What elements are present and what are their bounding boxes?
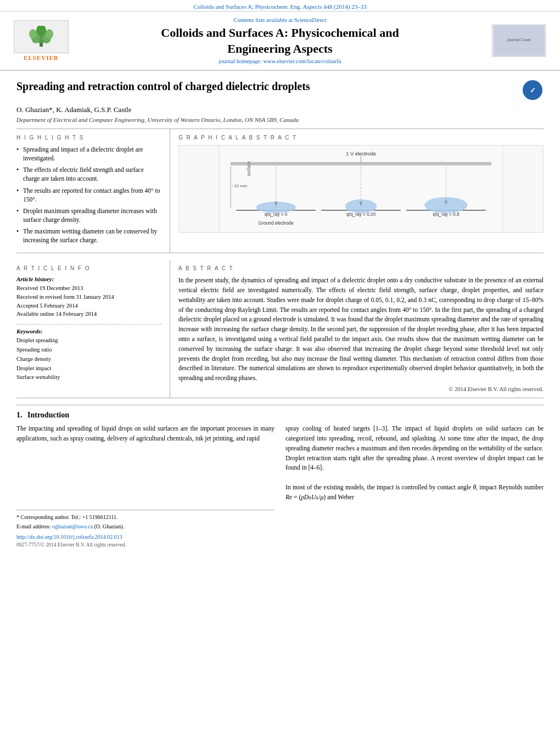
footnote-section: * Corresponding author. Tel.: +1 5196612… (16, 510, 275, 549)
copyright-line: © 2014 Elsevier B.V. All rights reserved… (178, 386, 544, 392)
keyword-2: Spreading ratio (16, 345, 161, 355)
svg-point-5 (46, 29, 53, 39)
elsevier-logo-left: ELSEVIER (11, 20, 71, 61)
elsevier-wordmark: ELSEVIER (24, 54, 59, 61)
keywords-section: Keywords: Droplet spreading Spreading ra… (16, 324, 161, 382)
intro-text-right-2: In most of the existing models, the impa… (285, 483, 544, 503)
article-info-section: A R T I C L E I N F O Article history: R… (16, 260, 544, 398)
keyword-5: Surface wettability (16, 373, 161, 382)
graphical-abstract-image: 1 V electrode q/q_ray = 0 q/q_ray = 0.20… (178, 145, 544, 233)
crossmark-svg: ✓ (526, 83, 539, 97)
list-item: Droplet maximum spreading diameter incre… (16, 207, 161, 224)
doi-link[interactable]: http://dx.doi.org/10.1016/j.colsurfa.201… (16, 533, 275, 542)
history-label: Article history: (16, 276, 161, 282)
journal-title-center: Contents lists available at ScienceDirec… (77, 17, 483, 64)
intro-col-right: spray cooling of heated targets [1–3]. T… (285, 424, 544, 549)
graphical-abstract-label: G R A P H I C A L A B S T R A C T (178, 135, 544, 141)
journal-logo-right: Journal Cover (489, 24, 549, 57)
journal-homepage: journal homepage: www.elsevier.com/locat… (77, 58, 483, 64)
elsevier-logo-box (14, 20, 69, 53)
list-item: The effects of electric field strength a… (16, 165, 161, 183)
graphical-abstract-column: G R A P H I C A L A B S T R A C T 1 V el… (170, 129, 544, 253)
homepage-link[interactable]: www.elsevier.com/locate/colsurfa (263, 58, 341, 64)
svg-text:~10 mm: ~10 mm (232, 184, 247, 189)
intro-text-left: The impacting and spreading of liquid dr… (16, 424, 275, 444)
highlights-list: Spreading and impact of a dielectric dro… (16, 145, 161, 244)
cover-svg: Journal Cover (493, 25, 545, 57)
paper-title-section: Spreading and retraction control of char… (16, 79, 544, 101)
section-title: 1. Introduction (16, 411, 544, 420)
svg-text:Ground electrode: Ground electrode (259, 221, 294, 226)
svg-text:✓: ✓ (530, 86, 536, 94)
keyword-3: Charge density (16, 355, 161, 364)
main-content: Spreading and retraction control of char… (0, 71, 560, 557)
journal-cover-image: Journal Cover (491, 24, 546, 57)
introduction-section: 1. Introduction The impacting and spread… (16, 405, 544, 549)
article-info-label: A R T I C L E I N F O (16, 265, 161, 271)
history-accepted: Accepted 5 February 2014 (16, 302, 161, 310)
abstract-label: A B S T R A C T (178, 265, 544, 271)
email-link[interactable]: oghazian@uwo.ca (52, 523, 93, 529)
elsevier-tree-svg (22, 26, 60, 48)
abstract-text: In the present study, the dynamics of sp… (178, 276, 544, 383)
svg-text:Journal Cover: Journal Cover (507, 38, 531, 42)
svg-point-23 (424, 197, 467, 213)
intro-col-left: The impacting and spreading of liquid dr… (16, 424, 275, 549)
crossmark-icon[interactable]: ✓ (522, 79, 544, 101)
history-revised: Received in revised form 31 January 2014 (16, 293, 161, 302)
article-history: Article history: Received 19 December 20… (16, 276, 161, 319)
footnote-corresponding: * Corresponding author. Tel.: +1 5196612… (16, 513, 275, 522)
journal-main-title: Colloids and Surfaces A: Physicochemical… (77, 25, 483, 57)
keyword-4: Droplet impact (16, 364, 161, 373)
highlights-graphical-section: H I G H L I G H T S Spreading and impact… (16, 129, 544, 253)
highlights-label: H I G H L I G H T S (16, 135, 161, 141)
highlights-column: H I G H L I G H T S Spreading and impact… (16, 129, 170, 253)
keywords-label: Keywords: (16, 328, 161, 334)
graphical-abstract-svg: 1 V electrode q/q_ray = 0 q/q_ray = 0.20… (179, 145, 543, 233)
affiliation: Department of Electrical and Computer En… (16, 116, 544, 123)
journal-citation: Colloids and Surfaces A; Physicochem. En… (193, 3, 367, 10)
authors-line: O. Ghazian*, K. Adamiak, G.S.P. Castle (16, 105, 544, 114)
keyword-1: Droplet spreading (16, 336, 161, 345)
svg-text:1 V electrode: 1 V electrode (346, 151, 376, 157)
svg-rect-25 (231, 162, 491, 165)
issn-line: 0927-7757/© 2014 Elsevier B.V. All right… (16, 541, 275, 549)
svg-point-4 (29, 29, 37, 39)
list-item: The results are reported for contact ang… (16, 186, 161, 204)
journal-header: ELSEVIER Contents lists available at Sci… (0, 12, 560, 71)
crossmark-badge: ✓ (523, 80, 542, 100)
article-info-column: A R T I C L E I N F O Article history: R… (16, 260, 170, 398)
intro-text-right: spray cooling of heated targets [1–3]. T… (285, 424, 544, 473)
list-item: Spreading and impact of a dielectric dro… (16, 145, 161, 163)
contents-line: Contents lists available at ScienceDirec… (77, 17, 483, 23)
paper-title: Spreading and retraction control of char… (16, 79, 516, 93)
sciencedirect-link[interactable]: ScienceDirect (294, 17, 327, 23)
footnote-email: E-mail address: oghazian@uwo.ca (O. Ghaz… (16, 522, 275, 531)
history-available: Available online 14 February 2014 (16, 310, 161, 319)
list-item: The maximum wetting diameter can be cons… (16, 227, 161, 244)
journal-top-bar: Colloids and Surfaces A; Physicochem. En… (0, 0, 560, 12)
abstract-column: A B S T R A C T In the present study, th… (170, 260, 544, 398)
intro-two-col: The impacting and spreading of liquid dr… (16, 424, 544, 549)
history-received: Received 19 December 2013 (16, 284, 161, 293)
